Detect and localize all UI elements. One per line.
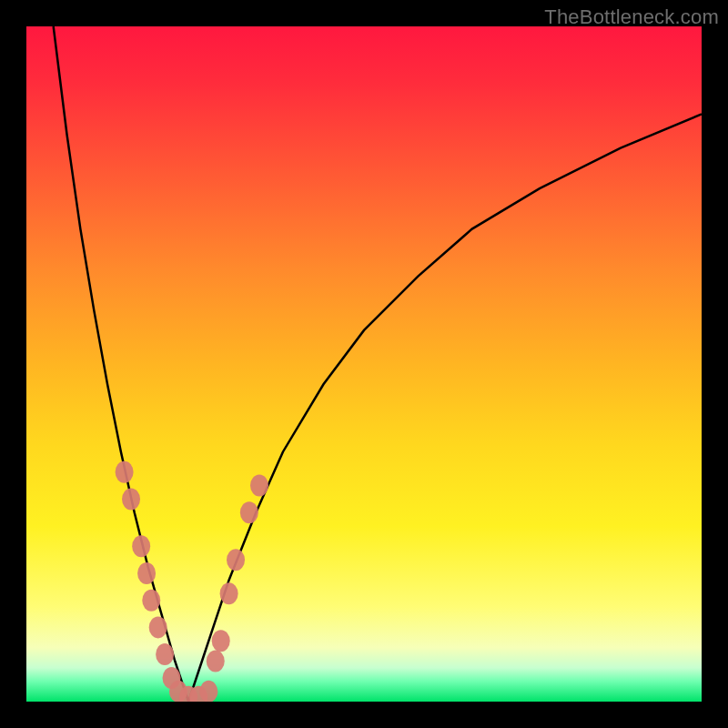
data-point: [250, 475, 268, 497]
data-point: [142, 590, 160, 612]
watermark-text: TheBottleneck.com: [544, 5, 719, 29]
data-point: [132, 535, 150, 557]
data-point: [227, 549, 245, 571]
data-point: [116, 461, 134, 483]
data-point: [149, 616, 167, 638]
chart-svg: [26, 26, 702, 702]
data-point: [240, 501, 258, 523]
data-point: [220, 582, 238, 604]
highlighted-points: [116, 461, 268, 702]
data-point: [122, 488, 140, 510]
data-point: [137, 562, 156, 584]
data-point: [156, 643, 174, 665]
plot-area: [26, 26, 702, 702]
curve-right: [188, 114, 702, 702]
data-point: [212, 630, 230, 652]
data-point: [207, 650, 225, 672]
curve-left: [54, 26, 188, 702]
chart-container: TheBottleneck.com: [0, 0, 728, 728]
data-point: [199, 681, 217, 702]
